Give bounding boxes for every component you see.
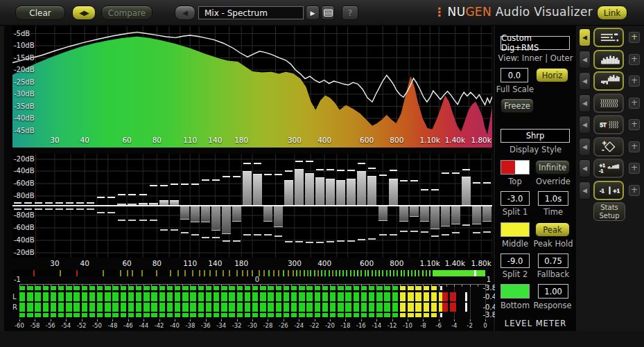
freq-tick-label: 1.40k [445,259,465,267]
slot-correlation-meter-expand-button[interactable]: ◀ [579,181,591,199]
freq-tick-label: 400 [317,136,331,144]
split-peak-dash [150,185,157,186]
slot-correlation-meter-button[interactable]: -1+1 [593,181,624,200]
split-peak-dash [139,220,147,221]
response-value[interactable]: 1.00 [538,284,568,299]
split-bar-down [410,206,419,217]
slot-spectrum-add-button[interactable]: + [629,54,640,65]
slot-spectrum-split-add-button[interactable]: + [629,75,640,87]
slot-stereo-spectrogram-expand-button[interactable]: ◀ [579,116,591,134]
split-bar-up [357,171,366,206]
peak-hold-button[interactable]: Peak [535,222,570,237]
svg-text:+1: +1 [599,163,605,168]
split-peak-dash [452,232,460,233]
slot-spectrum-expand-button[interactable]: ◀ [579,51,591,69]
meter-zone-green [19,303,400,312]
display-slot-row: ◀+ [577,71,644,91]
preset-name-field[interactable]: Mix - Spectrum [198,6,304,19]
slot-stereo-spectrogram-add-button[interactable]: + [629,119,640,130]
freq-tick-label: 30 [50,136,59,144]
meter-scale-label: -50 [92,322,102,329]
ab-compare-arrows-button[interactable]: ◀▶ [72,6,96,20]
full-scale-value[interactable]: 0.0 [501,68,528,82]
vectorscope-icon: +- [595,139,623,155]
split-peak-dash [347,240,355,242]
meter-row [12,286,498,290]
split-bar-down [211,206,220,231]
split-peak-dash [295,161,303,162]
slot-meter-history-add-button[interactable]: + [629,32,640,43]
split-peak-dash [306,161,313,162]
split-peak-dash [410,180,418,181]
split-bar-up [389,179,398,206]
slot-spectrogram-add-button[interactable]: + [629,98,640,109]
split-bar-down [263,206,272,222]
meter-scale-label: -18 [340,322,350,329]
slot-correlation-spectrum-expand-button[interactable]: ◀ [579,159,591,177]
slot-spectrum-button[interactable] [593,50,624,69]
slot-vectorscope-add-button[interactable]: + [629,141,640,152]
display-style-selector[interactable]: Shrp [501,129,570,143]
split-peak-dash [275,174,282,175]
display-slot-row: ◀+ [577,94,644,113]
freq-tick-label: 140 [208,259,222,267]
split-bar-up [295,169,304,206]
split-peak-dash [254,163,261,164]
horiz-button[interactable]: Horiz [536,68,568,82]
play-icon[interactable]: ▶ [306,6,320,20]
slot-correlation-spectrum-button[interactable]: +1-1 [593,159,624,178]
slot-vectorscope-button[interactable]: +- [593,137,624,157]
split-peak-dash [295,241,303,242]
preset-prev-button[interactable]: ◀ [175,6,195,20]
nugen-logo: ⋮NUGEN Audio Visualizer [433,5,593,19]
override-button[interactable]: Infinite [535,160,570,175]
corr-zero-label: 0 [255,276,259,283]
slot-meter-history-button[interactable] [593,28,624,47]
split2-value[interactable]: -9.0 [501,253,530,268]
meter-readout: -0.4 [467,303,496,311]
compare-button[interactable]: Compare [101,6,153,20]
bottom-color-swatch[interactable] [501,284,530,299]
slot-vectorscope-expand-button[interactable]: ◀ [579,138,591,156]
slot-spectrum-split-button[interactable] [593,71,624,91]
slot-spectrogram-expand-button[interactable]: ◀ [579,94,591,112]
time-value[interactable]: 1.0s [538,191,568,206]
help-icon[interactable]: ? [342,6,358,20]
top-label: Top [495,177,535,186]
middle-color-swatch[interactable] [501,222,530,237]
split1-value[interactable]: -3.0 [501,191,530,206]
link-button[interactable]: Link [597,6,627,20]
meter-scale-label: -14 [372,322,381,329]
stats-setup-button[interactable]: Stats Setup [593,202,625,221]
split-peak-dash [337,240,345,242]
split-bar-up [243,171,252,206]
slot-meter-history-expand-button[interactable]: ◀ [579,28,591,46]
freeze-button[interactable]: Freeze [501,98,534,113]
slot-correlation-meter-add-button[interactable]: + [629,185,640,196]
split-peak-dash [358,163,365,164]
display-style-label: Display Style [495,145,576,154]
slot-spectrogram-button[interactable] [593,94,624,113]
fallback-value[interactable]: 0.75 [538,253,568,268]
display-slot-row: ◀+ [577,28,644,47]
meter-zone-yellow [400,303,443,312]
toolbar: Clear ◀▶ Compare ◀ Mix - Spectrum ▶ ? ⋮N… [0,0,644,26]
split-bar-down [441,206,450,226]
meter-zone-yellow [400,292,443,301]
slot-stereo-spectrogram-button[interactable]: ST [593,115,624,134]
preset-list-icon[interactable] [321,6,335,20]
stats-line1: Stats [594,204,625,212]
freq-tick-label: 40 [80,259,89,267]
meter-scale-label: -44 [139,322,148,329]
slot-correlation-spectrum-add-button[interactable]: + [629,163,640,174]
meter-mode-selector[interactable]: Custom Dig+RMS [501,36,570,50]
clear-button[interactable]: Clear [15,6,65,20]
svg-text:-1: -1 [599,168,603,173]
freq-tick-label: 40 [80,136,89,144]
top-color-swatch[interactable] [501,160,530,175]
split-peak-dash [243,163,251,164]
meter-scale-label: -34 [216,322,226,329]
meter-scale-label: -26 [279,322,288,329]
split-peak-dash [191,184,199,185]
slot-spectrum-split-expand-button[interactable]: ◀ [579,72,591,90]
